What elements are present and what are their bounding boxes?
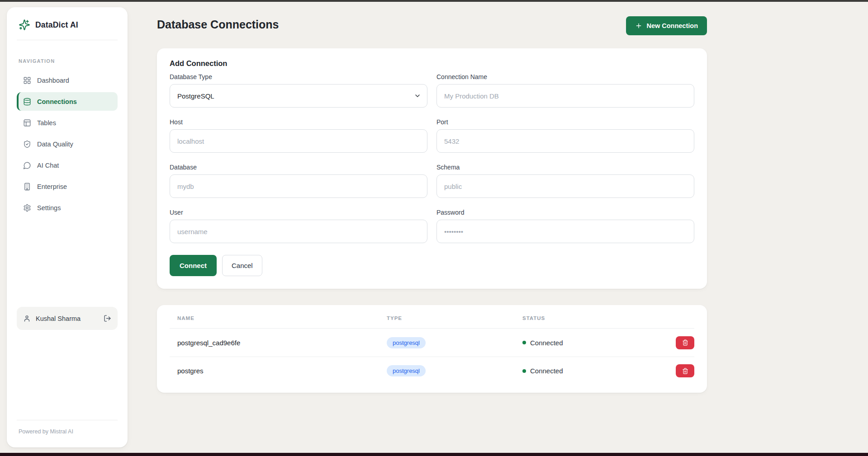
host-input[interactable] bbox=[170, 129, 427, 153]
database-label: Database bbox=[170, 164, 427, 171]
sidebar-item-settings[interactable]: Settings bbox=[17, 198, 118, 217]
sidebar-item-label: AI Chat bbox=[37, 162, 59, 169]
user-icon bbox=[23, 315, 31, 322]
column-header-status: STATUS bbox=[522, 315, 668, 321]
sidebar: DataDict AI NAVIGATION Dashboard Connect… bbox=[7, 7, 128, 447]
powered-by-text: Powered by Mistral AI bbox=[19, 428, 116, 435]
add-connection-card: Add Connection Database Type PostgreSQL … bbox=[157, 48, 707, 289]
database-type-label: Database Type bbox=[170, 73, 427, 80]
table-icon bbox=[23, 119, 31, 127]
sidebar-footer-divider bbox=[17, 420, 118, 420]
window-top-edge bbox=[0, 0, 868, 2]
table-row: postgresql_cad9e6fe postgresql Connected bbox=[170, 329, 694, 357]
sidebar-item-label: Tables bbox=[37, 119, 56, 127]
user-field: User bbox=[170, 209, 427, 243]
plus-icon bbox=[635, 22, 642, 29]
shield-check-icon bbox=[23, 140, 31, 148]
database-icon bbox=[23, 98, 31, 106]
user-label: User bbox=[170, 209, 427, 216]
status-label: Connected bbox=[530, 339, 563, 347]
window-bottom-edge bbox=[0, 453, 868, 456]
status-cell: Connected bbox=[522, 367, 668, 375]
logout-icon bbox=[104, 315, 111, 322]
page-title: Database Connections bbox=[157, 18, 279, 31]
user-input[interactable] bbox=[170, 220, 427, 243]
database-input[interactable] bbox=[170, 174, 427, 198]
sidebar-item-label: Connections bbox=[37, 98, 77, 105]
sidebar-item-data-quality[interactable]: Data Quality bbox=[17, 135, 118, 153]
logout-button[interactable] bbox=[104, 315, 111, 322]
sidebar-spacer bbox=[17, 217, 118, 307]
port-field: Port bbox=[436, 118, 694, 153]
dashboard-grid-icon bbox=[23, 76, 31, 85]
form-actions: Connect Cancel bbox=[170, 255, 694, 276]
form-title: Add Connection bbox=[170, 59, 694, 68]
delete-connection-button[interactable] bbox=[676, 364, 694, 377]
user-box[interactable]: Kushal Sharma bbox=[17, 307, 118, 330]
password-input[interactable] bbox=[436, 220, 694, 243]
type-badge: postgresql bbox=[387, 337, 426, 348]
sidebar-item-tables[interactable]: Tables bbox=[17, 113, 118, 132]
sidebar-item-connections[interactable]: Connections bbox=[17, 92, 118, 111]
status-cell: Connected bbox=[522, 339, 668, 347]
sidebar-item-enterprise[interactable]: Enterprise bbox=[17, 177, 118, 196]
sidebar-item-label: Dashboard bbox=[37, 77, 69, 84]
port-label: Port bbox=[436, 118, 694, 126]
connection-name-cell: postgres bbox=[170, 367, 387, 375]
database-type-field: Database Type PostgreSQL bbox=[170, 73, 427, 108]
database-field: Database bbox=[170, 164, 427, 198]
trash-icon bbox=[682, 368, 688, 374]
new-connection-label: New Connection bbox=[646, 22, 698, 29]
sidebar-item-label: Enterprise bbox=[37, 183, 67, 190]
column-header-name: NAME bbox=[170, 315, 387, 321]
sidebar-spacer bbox=[17, 330, 118, 420]
schema-input[interactable] bbox=[436, 174, 694, 198]
host-field: Host bbox=[170, 118, 427, 153]
sidebar-divider bbox=[17, 40, 118, 40]
connect-button[interactable]: Connect bbox=[170, 255, 217, 276]
table-row: postgres postgresql Connected bbox=[170, 357, 694, 385]
app-title: DataDict AI bbox=[35, 20, 78, 30]
status-dot bbox=[522, 341, 526, 344]
delete-connection-button[interactable] bbox=[676, 336, 694, 349]
schema-field: Schema bbox=[436, 164, 694, 198]
connection-name-field: Connection Name bbox=[436, 73, 694, 108]
status-label: Connected bbox=[530, 367, 563, 375]
sparkles-logo-icon bbox=[19, 19, 30, 31]
column-header-type: TYPE bbox=[387, 315, 522, 321]
sidebar-item-label: Data Quality bbox=[37, 141, 73, 148]
password-field: Password bbox=[436, 209, 694, 243]
user-name: Kushal Sharma bbox=[36, 315, 81, 322]
main-content: Database Connections New Connection Add … bbox=[157, 0, 707, 456]
cancel-button[interactable]: Cancel bbox=[222, 255, 262, 276]
building-icon bbox=[23, 183, 31, 191]
sidebar-item-ai-chat[interactable]: AI Chat bbox=[17, 156, 118, 174]
status-dot bbox=[522, 369, 526, 373]
app-logo: DataDict AI bbox=[17, 19, 118, 31]
sidebar-nav: Dashboard Connections Tables Data Qualit… bbox=[17, 71, 118, 217]
type-badge: postgresql bbox=[387, 365, 426, 376]
host-label: Host bbox=[170, 118, 427, 126]
connection-name-label: Connection Name bbox=[436, 73, 694, 80]
database-type-select[interactable]: PostgreSQL bbox=[170, 84, 427, 108]
gear-icon bbox=[23, 204, 31, 212]
sidebar-item-dashboard[interactable]: Dashboard bbox=[17, 71, 118, 89]
connections-table-card: NAME TYPE STATUS postgresql_cad9e6fe pos… bbox=[157, 305, 707, 393]
port-input[interactable] bbox=[436, 129, 694, 153]
nav-section-label: NAVIGATION bbox=[19, 58, 116, 64]
new-connection-button[interactable]: New Connection bbox=[626, 16, 707, 35]
trash-icon bbox=[682, 339, 688, 346]
table-header-row: NAME TYPE STATUS bbox=[170, 308, 694, 329]
form-grid: Database Type PostgreSQL Connection Name… bbox=[170, 73, 694, 243]
connection-name-input[interactable] bbox=[436, 84, 694, 108]
chat-bubble-icon bbox=[23, 161, 31, 169]
schema-label: Schema bbox=[436, 164, 694, 171]
sidebar-item-label: Settings bbox=[37, 204, 61, 212]
connection-name-cell: postgresql_cad9e6fe bbox=[170, 339, 387, 347]
password-label: Password bbox=[436, 209, 694, 216]
